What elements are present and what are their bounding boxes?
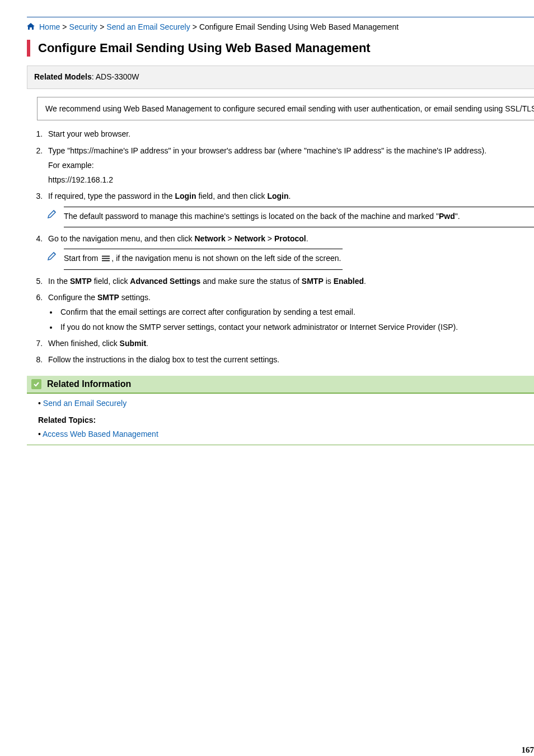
related-models-box: Related Models: ADS-3300W	[27, 66, 534, 89]
step-8: Follow the instructions in the dialog bo…	[45, 354, 534, 365]
breadcrumb: Home > Security > Send an Email Securely…	[27, 22, 534, 33]
step-2-text: Type "https://machine's IP address" in y…	[48, 146, 486, 155]
step-7: When finished, click Submit.	[45, 338, 534, 349]
step-2-example-value: https://192.168.1.2	[48, 174, 534, 185]
related-info-link[interactable]: Send an Email Securely	[43, 399, 127, 408]
step-5: In the SMTP field, click Advanced Settin…	[45, 276, 534, 287]
related-information-block: Related Information Send an Email Secure…	[27, 376, 534, 445]
step-2: Type "https://machine's IP address" in y…	[45, 145, 534, 186]
step-6-text: Configure the SMTP settings.	[48, 293, 151, 302]
related-info-title: Related Information	[47, 378, 131, 390]
page-number: 167	[522, 744, 535, 756]
breadcrumb-separator: >	[62, 22, 67, 33]
related-topics-link[interactable]: Access Web Based Management	[43, 430, 158, 438]
breadcrumb-current: Configure Email Sending Using Web Based …	[199, 22, 399, 33]
note-default-password: The default password to manage this mach…	[48, 207, 534, 227]
page-title: Configure Email Sending Using Web Based …	[27, 40, 534, 57]
related-topics-item: Access Web Based Management	[38, 429, 534, 440]
step-1: Start your web browser.	[45, 128, 534, 139]
note-text: Start from , if the navigation menu is n…	[64, 249, 343, 270]
step-6-sublist: Confirm that the email settings are corr…	[58, 306, 534, 333]
step-6-bullet-1: Confirm that the email settings are corr…	[58, 306, 534, 318]
breadcrumb-home[interactable]: Home	[39, 22, 60, 33]
step-4: Go to the navigation menu, and then clic…	[45, 233, 534, 270]
step-3: If required, type the password in the Lo…	[45, 190, 534, 227]
step-6: Configure the SMTP settings. Confirm tha…	[45, 292, 534, 333]
breadcrumb-separator: >	[100, 22, 104, 33]
breadcrumb-separator: >	[193, 22, 197, 33]
related-info-header: Related Information	[27, 376, 534, 394]
note-navigation-menu: Start from , if the navigation menu is n…	[48, 249, 534, 270]
note-icon	[47, 208, 58, 222]
related-models-value: : ADS-3300W	[92, 72, 139, 81]
note-icon	[47, 250, 58, 264]
breadcrumb-security[interactable]: Security	[69, 22, 98, 33]
step-6-bullet-2: If you do not know the SMTP server setti…	[58, 321, 534, 333]
related-info-item: Send an Email Securely	[38, 398, 534, 409]
note-text: The default password to manage this mach…	[64, 207, 534, 227]
related-topics-label: Related Topics:	[38, 415, 534, 426]
breadcrumb-send-email[interactable]: Send an Email Securely	[106, 22, 190, 33]
recommendation-box: We recommend using Web Based Management …	[37, 97, 534, 120]
step-2-example-label: For example:	[48, 160, 534, 171]
hamburger-icon	[101, 253, 110, 265]
check-icon	[31, 379, 41, 389]
steps-list: Start your web browser. Type "https://ma…	[45, 128, 534, 365]
step-4-text: Go to the navigation menu, and then clic…	[48, 234, 308, 243]
step-5-text: In the SMTP field, click Advanced Settin…	[48, 277, 366, 286]
step-3-text: If required, type the password in the Lo…	[48, 192, 291, 200]
step-7-text: When finished, click Submit.	[48, 339, 148, 348]
home-icon	[27, 22, 35, 33]
related-models-label: Related Models	[34, 72, 92, 81]
